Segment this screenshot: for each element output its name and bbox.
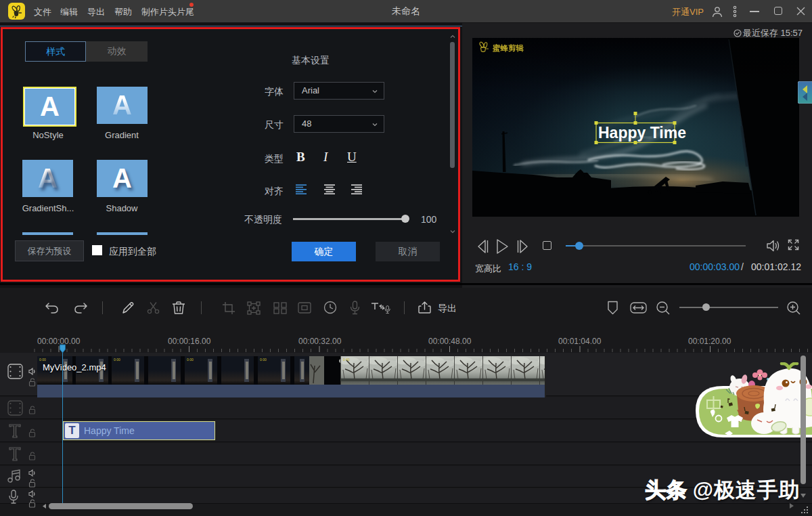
- svg-text:蜜蜂剪辑: 蜜蜂剪辑: [492, 43, 524, 53]
- svg-text:0:00: 0:00: [114, 358, 120, 362]
- svg-text:0:00: 0:00: [39, 358, 46, 362]
- svg-text:0:40: 0:40: [343, 358, 350, 362]
- svg-text:0:00: 0:00: [187, 358, 194, 362]
- svg-text:Happy Time: Happy Time: [598, 124, 686, 142]
- svg-text:0:00: 0:00: [260, 358, 267, 362]
